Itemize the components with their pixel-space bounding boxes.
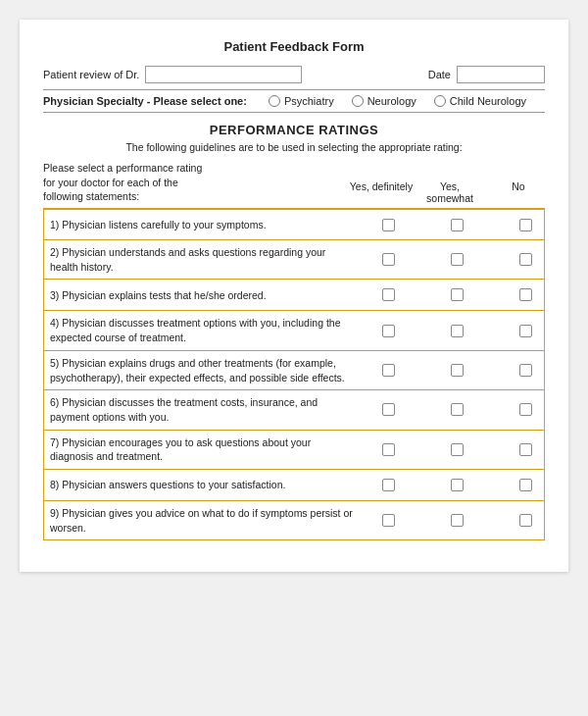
specialty-psychiatry-radio[interactable] bbox=[269, 95, 280, 107]
question-row: 3) Physician explains tests that he/she … bbox=[43, 280, 545, 311]
question-text-2: 2) Physician understands and asks questi… bbox=[50, 245, 354, 274]
specialty-label: Physician Specialty - Please select one: bbox=[43, 95, 247, 107]
radio-cell-no bbox=[491, 325, 560, 337]
radio-cell-yes-somewhat bbox=[422, 288, 491, 301]
date-label: Date bbox=[428, 69, 451, 80]
top-row: Patient review of Dr. Date bbox=[43, 66, 545, 83]
radio-yes-somewhat-q6[interactable] bbox=[451, 403, 464, 416]
question-radios-2 bbox=[354, 253, 560, 266]
radio-no-q5[interactable] bbox=[519, 364, 532, 377]
radio-yes-definitely-q2[interactable] bbox=[382, 253, 395, 266]
specialty-psychiatry[interactable]: Psychiatry bbox=[269, 95, 334, 107]
radio-yes-definitely-q6[interactable] bbox=[382, 403, 395, 416]
radio-no-q3[interactable] bbox=[519, 288, 532, 301]
specialty-child-neurology-radio[interactable] bbox=[434, 95, 446, 107]
radio-cell-no bbox=[491, 443, 560, 456]
question-row: 1) Physician listens carefully to your s… bbox=[43, 209, 545, 240]
radio-cell-no bbox=[491, 288, 560, 301]
radio-no-q7[interactable] bbox=[519, 443, 532, 456]
question-row: 9) Physician gives you advice on what to… bbox=[43, 501, 545, 540]
radio-yes-definitely-q1[interactable] bbox=[382, 219, 395, 231]
question-text-4: 4) Physician discusses treatment options… bbox=[50, 316, 354, 344]
question-radios-7 bbox=[354, 443, 560, 456]
radio-cell-yes-somewhat bbox=[422, 325, 491, 337]
question-row: 5) Physician explains drugs and other tr… bbox=[43, 351, 545, 390]
radio-no-q2[interactable] bbox=[519, 253, 532, 266]
radio-cell-yes-definitely bbox=[354, 403, 422, 416]
radio-yes-definitely-q5[interactable] bbox=[382, 364, 395, 377]
radio-cell-yes-somewhat bbox=[422, 253, 491, 266]
radio-yes-definitely-q9[interactable] bbox=[382, 514, 395, 527]
col-yes-somewhat: Yes, somewhat bbox=[416, 180, 484, 204]
specialty-child-neurology-label: Child Neurology bbox=[450, 95, 526, 107]
radio-cell-yes-somewhat bbox=[422, 219, 491, 231]
specialty-neurology-label: Neurology bbox=[368, 95, 416, 107]
question-radios-4 bbox=[354, 325, 560, 337]
specialty-neurology-radio[interactable] bbox=[352, 95, 364, 107]
radio-yes-somewhat-q3[interactable] bbox=[451, 288, 464, 301]
radio-yes-definitely-q8[interactable] bbox=[382, 479, 395, 491]
radio-cell-no bbox=[491, 364, 560, 377]
radio-cell-no bbox=[491, 253, 560, 266]
radio-cell-yes-definitely bbox=[354, 364, 422, 377]
radio-yes-definitely-q4[interactable] bbox=[382, 325, 395, 337]
question-text-3: 3) Physician explains tests that he/she … bbox=[50, 288, 354, 303]
radio-yes-somewhat-q4[interactable] bbox=[451, 325, 464, 337]
radio-yes-somewhat-q7[interactable] bbox=[451, 443, 464, 456]
question-text-1: 1) Physician listens carefully to your s… bbox=[50, 218, 354, 232]
date-input[interactable] bbox=[457, 66, 545, 83]
radio-cell-yes-somewhat bbox=[422, 403, 491, 416]
radio-no-q8[interactable] bbox=[519, 479, 532, 491]
form-container: Patient Feedback Form Patient review of … bbox=[20, 20, 568, 572]
questions-container: 1) Physician listens carefully to your s… bbox=[43, 209, 545, 540]
top-right: Date bbox=[428, 66, 545, 83]
radio-yes-somewhat-q2[interactable] bbox=[451, 253, 464, 266]
performance-section: PERFORMANCE RATINGS The following guidel… bbox=[43, 123, 545, 540]
doctor-input[interactable] bbox=[145, 66, 302, 83]
question-radios-6 bbox=[354, 403, 560, 416]
performance-guideline: The following guidelines are to be used … bbox=[43, 141, 545, 153]
col-yes-definitely: Yes, definitely bbox=[347, 180, 416, 204]
radio-cell-yes-definitely bbox=[354, 325, 422, 337]
question-radios-9 bbox=[354, 514, 560, 527]
radio-no-q6[interactable] bbox=[519, 403, 532, 416]
question-row: 7) Physician encourages you to ask quest… bbox=[43, 431, 545, 470]
performance-title: PERFORMANCE RATINGS bbox=[43, 123, 545, 137]
question-radios-5 bbox=[354, 364, 560, 377]
question-radios-8 bbox=[354, 479, 560, 491]
specialty-child-neurology[interactable]: Child Neurology bbox=[434, 95, 526, 107]
radio-cell-yes-definitely bbox=[354, 479, 422, 491]
radio-no-q1[interactable] bbox=[519, 219, 532, 231]
radio-cell-yes-definitely bbox=[354, 219, 422, 231]
instruction-line2: for your doctor for each of the bbox=[43, 176, 347, 190]
radio-cell-yes-somewhat bbox=[422, 514, 491, 527]
question-text-8: 8) Physician answers questions to your s… bbox=[50, 478, 354, 492]
specialty-neurology[interactable]: Neurology bbox=[352, 95, 416, 107]
top-left: Patient review of Dr. bbox=[43, 66, 302, 83]
radio-cell-no bbox=[491, 514, 560, 527]
radio-cell-yes-somewhat bbox=[422, 479, 491, 491]
question-radios-1 bbox=[354, 219, 560, 231]
radio-yes-somewhat-q5[interactable] bbox=[451, 364, 464, 377]
radio-cell-no bbox=[491, 479, 560, 491]
radio-yes-definitely-q7[interactable] bbox=[382, 443, 395, 456]
ratings-instruction: Please select a performance rating for y… bbox=[43, 161, 347, 204]
question-row: 8) Physician answers questions to your s… bbox=[43, 470, 545, 501]
question-text-5: 5) Physician explains drugs and other tr… bbox=[50, 356, 354, 384]
radio-yes-somewhat-q8[interactable] bbox=[451, 479, 464, 491]
question-text-9: 9) Physician gives you advice on what to… bbox=[50, 506, 354, 535]
radio-yes-somewhat-q1[interactable] bbox=[451, 219, 464, 231]
question-text-7: 7) Physician encourages you to ask quest… bbox=[50, 435, 354, 464]
radio-cell-yes-definitely bbox=[354, 253, 422, 266]
col-no: No bbox=[484, 180, 553, 204]
radio-no-q4[interactable] bbox=[519, 325, 532, 337]
radio-yes-definitely-q3[interactable] bbox=[382, 288, 395, 301]
question-radios-3 bbox=[354, 288, 560, 301]
radio-cell-yes-definitely bbox=[354, 443, 422, 456]
question-row: 4) Physician discusses treatment options… bbox=[43, 311, 545, 350]
ratings-columns: Yes, definitely Yes, somewhat No bbox=[347, 180, 553, 204]
radio-yes-somewhat-q9[interactable] bbox=[451, 514, 464, 527]
radio-no-q9[interactable] bbox=[519, 514, 532, 527]
form-title: Patient Feedback Form bbox=[43, 39, 545, 54]
radio-cell-yes-somewhat bbox=[422, 443, 491, 456]
